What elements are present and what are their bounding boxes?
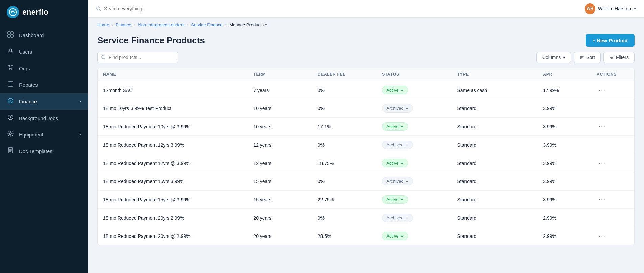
breadcrumb-manage-products[interactable]: Manage Products ▾ <box>229 22 267 27</box>
cell-type-0: Same as cash <box>452 81 538 99</box>
status-badge-0[interactable]: Active <box>382 86 408 94</box>
toolbar-right: Columns ▾ Sort Filters <box>536 52 635 63</box>
status-badge-8[interactable]: Active <box>382 232 408 240</box>
cell-apr-6: 3.99% <box>538 191 591 209</box>
logo-text: enerflo <box>22 8 48 17</box>
sidebar-item-dashboard-label: Dashboard <box>19 32 44 38</box>
cell-apr-5: 3.99% <box>538 172 591 191</box>
row-actions-button-2[interactable]: ··· <box>597 122 608 131</box>
table-header-row: NAME TERM DEALER FEE STATUS TYPE APR ACT… <box>98 68 634 81</box>
cell-name-7: 18 mo Reduced Payment 20yrs 2.99% <box>98 209 248 227</box>
sidebar-item-doc-templates-label: Doc Templates <box>19 148 52 154</box>
cell-status-3: Archived <box>377 136 452 154</box>
status-badge-4[interactable]: Active <box>382 159 408 167</box>
status-dropdown-icon-3 <box>405 143 409 147</box>
user-menu[interactable]: WH William Harston ▾ <box>585 3 636 14</box>
cell-type-8: Standard <box>452 227 538 245</box>
sort-label: Sort <box>586 55 595 60</box>
find-products-input[interactable] <box>97 52 178 63</box>
sidebar-item-equipment[interactable]: Equipment › <box>0 126 88 143</box>
cell-term-5: 15 years <box>248 172 312 191</box>
status-badge-5[interactable]: Archived <box>382 177 413 185</box>
global-search-input[interactable] <box>104 6 206 11</box>
products-table-wrapper: NAME TERM DEALER FEE STATUS TYPE APR ACT… <box>97 68 635 245</box>
cell-term-1: 10 years <box>248 99 312 118</box>
sidebar-item-finance[interactable]: $ Finance › <box>0 93 88 110</box>
cell-actions-7 <box>591 209 634 227</box>
cell-status-2: Active <box>377 118 452 136</box>
sidebar-item-doc-templates[interactable]: Doc Templates <box>0 143 88 159</box>
sidebar-item-background-jobs[interactable]: Background Jobs <box>0 110 88 126</box>
col-header-dealer-fee: DEALER FEE <box>312 68 377 81</box>
sort-button[interactable]: Sort <box>574 52 601 63</box>
cell-name-1: 18 mo 10yrs 3.99% Test Product <box>98 99 248 118</box>
cell-dealer-fee-7: 0% <box>312 209 377 227</box>
status-dropdown-icon-8 <box>400 234 404 238</box>
table-row: 12month SAC 7 years 0% Active Same as ca… <box>98 81 634 99</box>
cell-dealer-fee-3: 0% <box>312 136 377 154</box>
status-badge-3[interactable]: Archived <box>382 141 413 149</box>
sidebar-item-dashboard[interactable]: Dashboard <box>0 27 88 44</box>
status-dropdown-icon-0 <box>400 89 404 92</box>
table-row: 18 mo Reduced Payment 20yrs @ 2.99% 20 y… <box>98 227 634 245</box>
cell-type-4: Standard <box>452 154 538 172</box>
breadcrumb-non-integrated[interactable]: Non-Integrated Lenders <box>138 22 184 27</box>
main-area: WH William Harston ▾ Home › Finance › No… <box>88 0 644 273</box>
new-product-button[interactable]: + New Product <box>586 34 635 47</box>
row-actions-button-8[interactable]: ··· <box>597 232 608 240</box>
row-actions-button-0[interactable]: ··· <box>597 86 608 94</box>
sidebar-item-users-label: Users <box>19 49 32 55</box>
cell-status-6: Active <box>377 191 452 209</box>
breadcrumb-home[interactable]: Home <box>97 22 109 27</box>
svg-rect-6 <box>8 65 10 67</box>
columns-label: Columns <box>542 55 561 60</box>
row-actions-button-4[interactable]: ··· <box>597 159 608 167</box>
sidebar-item-users[interactable]: Users <box>0 44 88 60</box>
cell-apr-3: 3.99% <box>538 136 591 154</box>
breadcrumb-sep-2: › <box>134 23 136 27</box>
col-header-name: NAME <box>98 68 248 81</box>
svg-rect-3 <box>8 35 10 37</box>
sidebar-item-rebates[interactable]: Rebates <box>0 77 88 93</box>
sidebar-item-equipment-label: Equipment <box>19 132 43 138</box>
background-jobs-icon <box>7 114 14 122</box>
svg-rect-7 <box>11 65 13 67</box>
status-badge-7[interactable]: Archived <box>382 214 413 222</box>
status-badge-2[interactable]: Active <box>382 122 408 131</box>
svg-text:$: $ <box>9 99 11 103</box>
breadcrumb-sep-3: › <box>187 23 189 27</box>
filters-label: Filters <box>616 55 629 60</box>
svg-rect-4 <box>11 35 13 37</box>
cell-name-0: 12month SAC <box>98 81 248 99</box>
logo-area[interactable]: enerflo <box>0 0 88 24</box>
logo-icon <box>7 6 19 18</box>
search-area <box>96 6 580 11</box>
user-name: William Harston <box>598 6 631 11</box>
filters-icon <box>609 55 614 60</box>
col-header-type: TYPE <box>452 68 538 81</box>
cell-actions-1 <box>591 99 634 118</box>
cell-type-3: Standard <box>452 136 538 154</box>
filters-button[interactable]: Filters <box>603 52 635 63</box>
status-badge-6[interactable]: Active <box>382 195 408 204</box>
svg-rect-1 <box>8 32 10 34</box>
status-badge-1[interactable]: Archived <box>382 104 413 113</box>
search-icon <box>96 6 101 11</box>
row-actions-button-6[interactable]: ··· <box>597 195 608 204</box>
user-avatar: WH <box>585 3 595 14</box>
cell-status-8: Active <box>377 227 452 245</box>
topbar: WH William Harston ▾ <box>88 0 644 18</box>
cell-apr-0: 17.99% <box>538 81 591 99</box>
equipment-icon <box>7 131 14 139</box>
cell-actions-6: ··· <box>591 191 634 209</box>
sidebar-item-orgs[interactable]: Orgs <box>0 60 88 77</box>
cell-type-5: Standard <box>452 172 538 191</box>
columns-button[interactable]: Columns ▾ <box>536 52 571 63</box>
breadcrumb-finance[interactable]: Finance <box>116 22 131 27</box>
breadcrumb-service-finance[interactable]: Service Finance <box>191 22 222 27</box>
cell-name-2: 18 mo Reduced Payment 10yrs @ 3.99% <box>98 118 248 136</box>
cell-term-0: 7 years <box>248 81 312 99</box>
col-header-status: STATUS <box>377 68 452 81</box>
cell-name-3: 18 mo Reduced Payment 12yrs 3.99% <box>98 136 248 154</box>
status-dropdown-icon-4 <box>400 162 404 165</box>
